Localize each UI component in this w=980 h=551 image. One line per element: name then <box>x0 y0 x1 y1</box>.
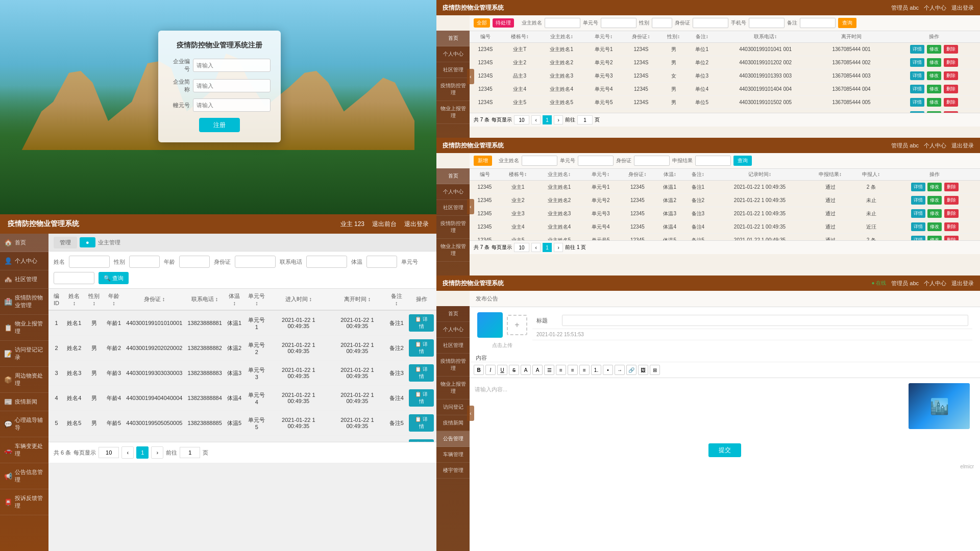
sidebar-item-psychology[interactable]: 💬 心理疏导辅导 <box>0 411 48 437</box>
search-button[interactable]: 🔍 查询 <box>99 272 129 284</box>
p2-next-btn[interactable]: › <box>554 243 563 252</box>
business-number-input[interactable] <box>193 59 271 72</box>
unit-number-input[interactable] <box>193 98 271 112</box>
p1-col-unit[interactable]: 单元号↕ <box>585 31 623 43</box>
p1-del-btn[interactable]: 删除 <box>944 71 958 80</box>
p2-name-input[interactable] <box>522 156 557 166</box>
p2-col-owner[interactable]: 业主姓名↕ <box>536 169 582 181</box>
all-badge[interactable]: 全部 <box>474 18 490 28</box>
p2-add-btn[interactable]: 新增 <box>474 156 492 166</box>
p2-col-building[interactable]: 楼栋号↕ <box>500 169 536 181</box>
sidebar-item-home[interactable]: 🏠 首页 <box>0 234 48 252</box>
p2-del-btn[interactable]: 删除 <box>944 236 959 240</box>
p2-per-page-input[interactable] <box>514 243 529 252</box>
p1-unit-input[interactable] <box>601 18 636 28</box>
p1-page1-btn[interactable]: 1 <box>543 115 552 124</box>
p1-edit-btn[interactable]: 修改 <box>927 85 941 93</box>
pending-badge[interactable]: 待处理 <box>493 18 514 28</box>
p2-del-btn[interactable]: 删除 <box>944 222 959 231</box>
col-name[interactable]: 姓名 ↕ <box>64 289 84 310</box>
ul-btn[interactable]: • <box>603 365 613 375</box>
filter-id-input[interactable] <box>235 256 276 268</box>
panel3-sidebar-vehicle[interactable]: 车辆管理 <box>436 447 470 463</box>
panel1-logout[interactable]: 退出登录 <box>951 4 974 12</box>
go-page-input[interactable] <box>180 447 200 458</box>
p1-phone-input[interactable] <box>749 18 785 28</box>
p1-gender-input[interactable] <box>652 18 672 28</box>
p1-del-btn[interactable]: 删除 <box>944 45 958 54</box>
p1-edit-btn[interactable]: 修改 <box>927 71 941 80</box>
p2-col-temp[interactable]: 体温↕ <box>656 169 684 181</box>
per-page-input[interactable] <box>99 447 119 458</box>
panel2-sidebar-community[interactable]: 社区管理 <box>436 200 470 216</box>
bold-btn[interactable]: B <box>474 365 484 375</box>
p1-view-btn[interactable]: 详情 <box>910 111 924 113</box>
p1-view-btn[interactable]: 详情 <box>910 58 924 67</box>
link-btn[interactable]: 🔗 <box>626 365 636 375</box>
detail-btn[interactable]: 📋 详情 <box>409 339 434 357</box>
col-idcard[interactable]: 身份证 ↕ <box>124 289 185 310</box>
p1-col-building[interactable]: 楼栋号↕ <box>501 31 538 43</box>
p2-unit-input[interactable] <box>578 156 614 166</box>
p2-view-btn[interactable]: 详情 <box>911 209 925 218</box>
p1-edit-btn[interactable]: 修改 <box>927 45 941 54</box>
p2-edit-btn[interactable]: 修改 <box>927 196 942 205</box>
panel3-sidebar-home[interactable]: 首页 <box>436 306 470 322</box>
p2-edit-btn[interactable]: 修改 <box>927 209 942 218</box>
login-label[interactable]: 退出登录 <box>404 220 429 229</box>
p2-edit-btn[interactable]: 修改 <box>927 236 942 240</box>
p1-view-btn[interactable]: 详情 <box>910 71 924 80</box>
p1-view-btn[interactable]: 详情 <box>910 85 924 93</box>
filter-unit-input[interactable] <box>54 272 94 284</box>
panel3-logout[interactable]: 退出登录 <box>951 280 974 287</box>
p2-del-btn[interactable]: 删除 <box>944 196 959 205</box>
panel3-collapse-arrow[interactable]: ‹ <box>467 406 474 421</box>
p1-del-btn[interactable]: 删除 <box>944 58 958 67</box>
p2-edit-btn[interactable]: 修改 <box>927 222 942 231</box>
col-note[interactable]: 备注 ↕ <box>386 289 406 310</box>
p1-edit-btn[interactable]: 修改 <box>927 58 941 67</box>
prev-page-btn[interactable]: ‹ <box>121 446 134 459</box>
panel1-collapse-arrow[interactable]: ‹ <box>467 69 474 84</box>
panel2-sidebar-home[interactable]: 首页 <box>436 168 470 184</box>
panel3-sidebar-notice[interactable]: 公告管理 <box>436 431 470 447</box>
panel3-sidebar-community[interactable]: 社区管理 <box>436 338 470 354</box>
align-right-btn[interactable]: ≡ <box>579 365 590 375</box>
p1-col-idcard[interactable]: 身份证↕ <box>623 31 660 43</box>
p1-del-btn[interactable]: 删除 <box>944 111 958 113</box>
bg-color-btn[interactable]: ☰ <box>544 365 554 375</box>
filter-temp-input[interactable] <box>366 256 397 268</box>
tab-manage[interactable]: 管理 <box>54 237 77 248</box>
sidebar-item-epidemic[interactable]: 🏥 疫情防控物业管理 <box>0 289 48 315</box>
sidebar-item-complaint[interactable]: 📮 投诉反馈管理 <box>0 489 48 515</box>
panel1-sidebar-personal[interactable]: 个人中心 <box>436 46 470 62</box>
detail-btn[interactable]: 📋 详情 <box>409 439 434 442</box>
italic-btn[interactable]: I <box>485 365 496 375</box>
p1-per-page-input[interactable] <box>514 115 529 124</box>
p1-col-gender[interactable]: 性别↕ <box>659 31 688 43</box>
sidebar-item-community[interactable]: 🏘️ 社区管理 <box>0 270 48 289</box>
p1-prev-btn[interactable]: ‹ <box>531 115 541 124</box>
indent-btn[interactable]: → <box>615 365 625 375</box>
panel2-sidebar-epidemic[interactable]: 疫情防控管理 <box>436 216 470 239</box>
next-page-btn[interactable]: › <box>151 446 163 459</box>
p2-col-reporter[interactable]: 申报人↕ <box>853 169 890 181</box>
editor-content[interactable]: 🏙️ 请输入内容... <box>470 378 980 439</box>
p1-col-phone[interactable]: 联系电话↕ <box>716 31 815 43</box>
sidebar-item-supplies[interactable]: 📦 周边物资处理 <box>0 367 48 393</box>
p1-col-owner[interactable]: 业主姓名↕ <box>538 31 585 43</box>
font-size-btn[interactable]: A <box>521 365 531 375</box>
tab-owner[interactable]: ● <box>80 237 95 247</box>
p1-del-btn[interactable]: 删除 <box>944 85 958 93</box>
p2-view-btn[interactable]: 详情 <box>911 222 925 231</box>
p1-search-btn[interactable]: 查询 <box>838 18 856 28</box>
p2-result-input[interactable] <box>695 156 731 166</box>
p1-name-input[interactable] <box>545 18 580 28</box>
p1-edit-btn[interactable]: 修改 <box>927 98 941 107</box>
col-age[interactable]: 年龄 ↕ <box>104 289 124 310</box>
panel3-sidebar-report[interactable]: 物业上报管理 <box>436 377 470 399</box>
p1-col-note[interactable]: 备注↕ <box>688 31 716 43</box>
col-temp[interactable]: 体温 ↕ <box>225 289 244 310</box>
panel3-sidebar-building[interactable]: 楼宇管理 <box>436 463 470 479</box>
upload-area[interactable]: + <box>507 315 527 335</box>
